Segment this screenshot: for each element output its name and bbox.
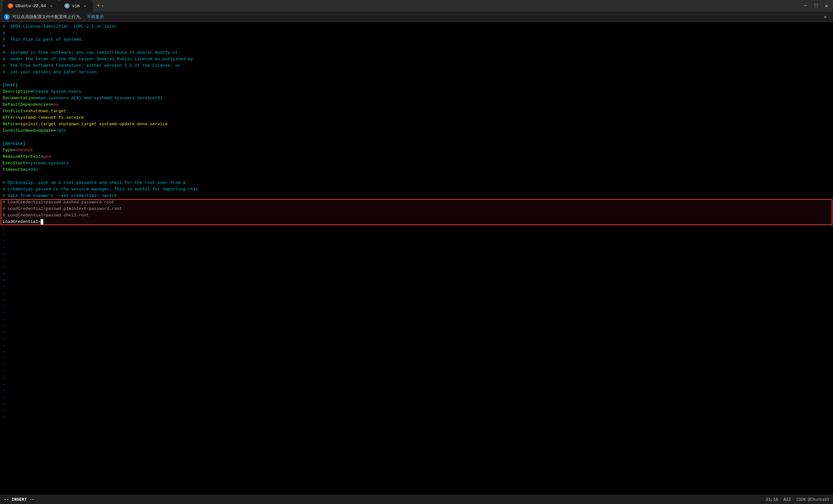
comment-text: # [3, 43, 5, 49]
tilde-char: ~ [3, 355, 5, 362]
statusbar: -- INSERT -- 31,16 All CSDN @Chunka93 [0, 495, 833, 504]
config-value: 90s [30, 167, 38, 173]
config-key: ConditionNeedsUpdate [3, 127, 53, 134]
highlighted-comment: # LoadCredential=passwd.shell.root [3, 212, 89, 219]
config-value: systemd-sysusers [28, 160, 69, 167]
tab-ubuntu-label: Ubuntu-22.04 [16, 4, 46, 8]
window-controls: ─ □ ✕ [802, 2, 830, 10]
tilde-char: ~ [3, 277, 5, 284]
tilde-char: ~ [3, 297, 5, 303]
tilde-line: ~ [0, 414, 833, 421]
tilde-line: ~ [0, 323, 833, 329]
config-value: yes [43, 153, 51, 160]
vim-tab-icon: V [65, 3, 70, 8]
tilde-line: ~ [0, 401, 833, 407]
tab-vim-close[interactable]: ✕ [82, 3, 88, 8]
editor-area[interactable]: # SPDX-License-Identifier: LGPL-2.1-or-l… [0, 22, 833, 495]
editor-line: # [0, 43, 833, 49]
tilde-char: ~ [3, 271, 5, 277]
config-key: DefaultDependencies [3, 101, 51, 108]
editor-line: # systemd is free software; you can redi… [0, 49, 833, 56]
tilde-line: ~ [0, 303, 833, 310]
editor-line: Documentation=man:sysusers.d($) man:syst… [0, 95, 833, 101]
tilde-char: ~ [3, 238, 5, 245]
section-header: [Service] [3, 141, 25, 147]
editor-line [0, 173, 833, 179]
tilde-line: ~ [0, 362, 833, 368]
titlebar: U Ubuntu-22.04 ✕ V vim ✕ + ▾ ─ □ ✕ [0, 0, 833, 12]
infobar-close-button[interactable]: ✕ [821, 13, 829, 21]
tilde-char: ~ [3, 388, 5, 394]
comment-text: # under the terms of the GNU Lesser Gene… [3, 56, 193, 63]
editor-line: [Unit] [0, 82, 833, 89]
editor-line: # This file is part of systemd. [0, 37, 833, 43]
close-button[interactable]: ✕ [823, 2, 830, 10]
tilde-char: ~ [3, 407, 5, 414]
editor-line: Description=Create System Users [0, 89, 833, 95]
tilde-line: ~ [0, 388, 833, 394]
editor-line: # (at your option) any later version. [0, 69, 833, 75]
tilde-line: ~ [0, 297, 833, 303]
new-tab-plus: + [97, 3, 100, 9]
tilde-line: ~ [0, 368, 833, 375]
new-tab-button[interactable]: + ▾ [93, 3, 108, 9]
editor-line: # under the terms of the GNU Lesser Gene… [0, 56, 833, 63]
comment-text: # [3, 30, 5, 37]
tilde-line: ~ [0, 329, 833, 336]
config-key: ExecStart [3, 160, 25, 167]
editor-line: # [0, 30, 833, 37]
highlighted-comment: # LoadCredential=passwd.hashed-password.… [3, 199, 114, 206]
info-dismiss-link[interactable]: 不再显示 [87, 14, 104, 20]
tab-ubuntu[interactable]: U Ubuntu-22.04 ✕ [3, 0, 59, 12]
comment-text: # This file is part of systemd. [3, 37, 84, 43]
tilde-char: ~ [3, 251, 5, 258]
section-header: [Unit] [3, 82, 18, 89]
highlighted-comment: # LoadCredential=passwd.plaintext-passwo… [3, 206, 122, 212]
editor-line: # the Free Software Foundation; either v… [0, 63, 833, 69]
tilde-line: ~ [0, 394, 833, 401]
config-key: RemainAfterExit [3, 153, 41, 160]
tilde-line: ~ [0, 251, 833, 258]
tab-vim-label: vim [72, 4, 80, 8]
tilde-char: ~ [3, 303, 5, 310]
tilde-char: ~ [3, 316, 5, 323]
editor-line [0, 134, 833, 141]
status-position: 31,16 [766, 497, 778, 502]
infobar: i 可以在高级配置文件中配置终止行为。 不再显示 ✕ [0, 12, 833, 22]
minimize-button[interactable]: ─ [802, 2, 810, 10]
editor-line: [Service] [0, 141, 833, 147]
config-value: /etc [56, 127, 66, 134]
info-icon: i [4, 14, 10, 20]
config-value: man:sysusers.d($) man:systemd-sysusers.s… [38, 95, 162, 101]
editor-line: RemainAfterExit=yes [0, 153, 833, 160]
editor-line: # credential passed to the service manag… [0, 186, 833, 193]
new-tab-chevron: ▾ [101, 4, 104, 8]
config-key: Conflicts [3, 108, 25, 115]
editor-line: # SPDX-License-Identifier: LGPL-2.1-or-l… [0, 23, 833, 30]
config-key: Before [3, 121, 18, 127]
tilde-char: ~ [3, 375, 5, 381]
tilde-line: ~ [0, 407, 833, 414]
ubuntu-tab-icon: U [8, 3, 13, 8]
tilde-char: ~ [3, 258, 5, 264]
config-key: Description [3, 89, 30, 95]
tab-vim[interactable]: V vim ✕ [59, 0, 93, 12]
config-key: After [3, 115, 15, 121]
comment-text: # credential passed to the service manag… [3, 186, 198, 193]
tilde-char: ~ [3, 349, 5, 355]
tilde-line: ~ [0, 277, 833, 284]
comment-text: # Optionally, pick up a root password an… [3, 179, 186, 186]
tab-ubuntu-close[interactable]: ✕ [49, 3, 54, 8]
editor-line [0, 75, 833, 82]
info-text: 可以在高级配置文件中配置终止行为。 [13, 14, 84, 20]
tilde-char: ~ [3, 310, 5, 316]
tilde-line: ~ [0, 336, 833, 342]
comment-text: # (at your option) any later version. [3, 69, 99, 75]
config-key: Type [3, 147, 13, 153]
config-key: TimeoutSec [3, 167, 28, 173]
maximize-button[interactable]: □ [812, 2, 820, 10]
tilde-char: ~ [3, 232, 5, 238]
tilde-line: ~ [0, 342, 833, 349]
comment-text: # data from nspawn's --set-credential= s… [3, 193, 119, 199]
tilde-char: ~ [3, 342, 5, 349]
